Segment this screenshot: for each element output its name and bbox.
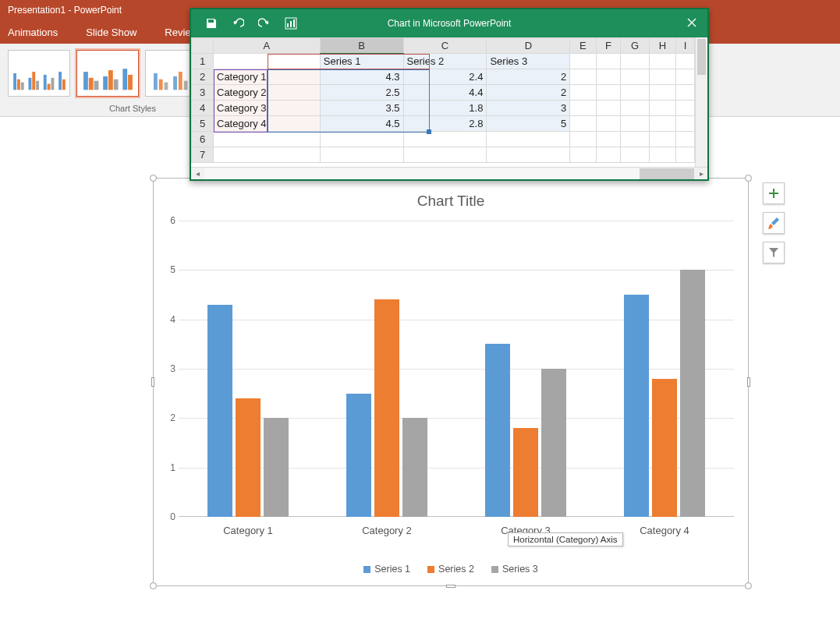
- row-header[interactable]: 4: [192, 101, 214, 116]
- cell[interactable]: [649, 69, 676, 85]
- scroll-right-arrow-icon[interactable]: ▸: [695, 168, 707, 179]
- undo-icon[interactable]: [232, 17, 244, 30]
- resize-handle[interactable]: [747, 377, 750, 387]
- col-header[interactable]: A: [214, 38, 321, 54]
- cell[interactable]: 4.3: [320, 69, 403, 85]
- cell[interactable]: [570, 54, 596, 69]
- cell[interactable]: [596, 69, 621, 85]
- col-header[interactable]: H: [649, 38, 676, 54]
- cell[interactable]: [621, 147, 649, 163]
- cell[interactable]: [621, 85, 649, 101]
- excel-horizontal-scrollbar[interactable]: ◂ ▸: [191, 167, 707, 179]
- category-label[interactable]: Category 1: [179, 525, 317, 536]
- cell[interactable]: [320, 147, 403, 163]
- cell[interactable]: [621, 54, 649, 69]
- cell[interactable]: [596, 116, 621, 132]
- cell[interactable]: 4.4: [403, 85, 487, 101]
- bar[interactable]: [541, 369, 566, 517]
- cell[interactable]: [596, 101, 621, 116]
- cell[interactable]: Category 4: [214, 116, 321, 132]
- cell[interactable]: [214, 54, 321, 69]
- cell[interactable]: [214, 132, 321, 147]
- cell[interactable]: [596, 147, 621, 163]
- cell[interactable]: [649, 116, 676, 132]
- legend-item[interactable]: Series 1: [363, 564, 410, 575]
- cell[interactable]: [596, 54, 621, 69]
- row-header[interactable]: 5: [192, 116, 214, 132]
- bar[interactable]: [680, 270, 705, 517]
- row-header[interactable]: 6: [192, 132, 214, 147]
- cell[interactable]: Series 1: [320, 54, 403, 69]
- cell[interactable]: [320, 132, 403, 147]
- cell[interactable]: [649, 85, 676, 101]
- category-label[interactable]: Category 2: [317, 525, 456, 536]
- cell[interactable]: [676, 85, 695, 101]
- cell[interactable]: 2.8: [403, 116, 487, 132]
- cell[interactable]: [649, 54, 676, 69]
- scroll-left-arrow-icon[interactable]: ◂: [191, 168, 204, 179]
- resize-handle[interactable]: [150, 582, 157, 589]
- cell[interactable]: [487, 132, 570, 147]
- bar[interactable]: [652, 379, 677, 517]
- select-all-cell[interactable]: [192, 38, 214, 54]
- cell[interactable]: Category 3: [214, 101, 321, 116]
- cell[interactable]: [570, 132, 596, 147]
- close-button[interactable]: [684, 15, 700, 30]
- cell[interactable]: [649, 101, 676, 116]
- chart-elements-button[interactable]: [763, 182, 785, 204]
- cell[interactable]: 4.5: [320, 116, 403, 132]
- cell[interactable]: [570, 69, 596, 85]
- cell[interactable]: 3: [487, 101, 570, 116]
- bar[interactable]: [346, 394, 371, 517]
- bar[interactable]: [402, 418, 427, 517]
- cell[interactable]: [676, 69, 695, 85]
- cell[interactable]: Series 3: [487, 54, 570, 69]
- cell[interactable]: 2.4: [403, 69, 487, 85]
- excel-chart-data-window[interactable]: Chart in Microsoft PowerPoint A B C D E …: [190, 8, 709, 181]
- cell[interactable]: [621, 132, 649, 147]
- cell[interactable]: Series 2: [403, 54, 487, 69]
- cell[interactable]: [596, 85, 621, 101]
- cell[interactable]: [649, 147, 676, 163]
- cell[interactable]: [676, 147, 695, 163]
- excel-vertical-scrollbar[interactable]: [695, 37, 707, 167]
- cell[interactable]: Category 2: [214, 85, 321, 101]
- bar[interactable]: [513, 428, 538, 517]
- tab-slide-show[interactable]: Slide Show: [86, 27, 136, 38]
- col-header[interactable]: D: [487, 38, 570, 54]
- resize-handle[interactable]: [446, 585, 455, 588]
- cell[interactable]: 2.5: [320, 85, 403, 101]
- resize-handle[interactable]: [151, 377, 154, 387]
- cell[interactable]: [403, 147, 487, 163]
- col-header[interactable]: B: [320, 38, 403, 54]
- cell[interactable]: 5: [487, 116, 570, 132]
- row-header[interactable]: 1: [192, 54, 214, 69]
- bar[interactable]: [236, 398, 261, 517]
- legend-item[interactable]: Series 2: [427, 564, 474, 575]
- cell[interactable]: [570, 85, 596, 101]
- cell[interactable]: [214, 147, 321, 163]
- chart-plot-area[interactable]: 0123456Category 1Category 2Category 3Cat…: [179, 221, 734, 517]
- col-header[interactable]: E: [570, 38, 596, 54]
- tab-animations[interactable]: Animations: [8, 27, 58, 38]
- row-header[interactable]: 2: [192, 69, 214, 85]
- chart-title[interactable]: Chart Title: [154, 193, 748, 210]
- chart-filters-button[interactable]: [763, 242, 785, 263]
- resize-handle[interactable]: [150, 175, 157, 182]
- legend-item[interactable]: Series 3: [491, 564, 538, 575]
- row-header[interactable]: 3: [192, 85, 214, 101]
- cell[interactable]: Category 1: [214, 69, 321, 85]
- cell[interactable]: [676, 132, 695, 147]
- resize-handle[interactable]: [745, 175, 752, 182]
- chart-legend[interactable]: Series 1 Series 2 Series 3: [154, 564, 748, 575]
- bar[interactable]: [624, 295, 649, 517]
- cell[interactable]: [570, 147, 596, 163]
- cell[interactable]: [621, 116, 649, 132]
- cell[interactable]: [487, 147, 570, 163]
- bar[interactable]: [264, 418, 289, 517]
- redo-icon[interactable]: [258, 17, 271, 30]
- cell[interactable]: [403, 132, 487, 147]
- chart-styles-button[interactable]: [763, 212, 785, 234]
- col-header[interactable]: F: [596, 38, 621, 54]
- chart-style-thumb[interactable]: [8, 50, 70, 97]
